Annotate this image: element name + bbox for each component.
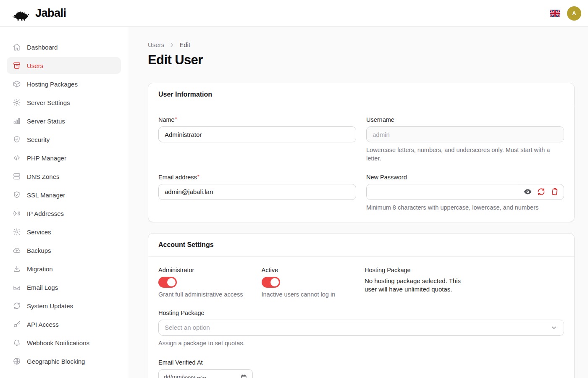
password-field-group: New Password xyxy=(366,174,564,212)
sidebar-item-hosting-packages[interactable]: Hosting Packages xyxy=(7,76,121,92)
administrator-toggle-group: Administrator Grant full administrative … xyxy=(158,267,255,298)
globe-icon xyxy=(13,357,21,365)
sidebar-item-dns-zones[interactable]: DNS Zones xyxy=(7,168,121,185)
sidebar-item-ip-addresses[interactable]: IP Addresses xyxy=(7,205,121,222)
user-avatar[interactable]: A xyxy=(567,6,581,21)
select-placeholder: Select an option xyxy=(165,324,210,331)
administrator-label: Administrator xyxy=(158,267,255,273)
show-password-button[interactable] xyxy=(523,187,532,197)
active-help: Inactive users cannot log in xyxy=(262,291,358,298)
administrator-toggle[interactable] xyxy=(158,277,177,288)
main-content: Users Edit Edit User User Information Na… xyxy=(128,27,588,378)
package-summary-group: Hosting Package No hosting package selec… xyxy=(365,267,564,294)
chevron-down-icon xyxy=(550,324,558,331)
card-title: Account Settings xyxy=(158,241,564,249)
eye-icon xyxy=(523,187,532,196)
shield-check-icon xyxy=(13,191,21,199)
shield-check-icon xyxy=(13,135,21,144)
package-icon xyxy=(13,80,21,88)
breadcrumb-current: Edit xyxy=(179,41,190,48)
generate-password-button[interactable] xyxy=(536,187,546,197)
active-toggle-group: Active Inactive users cannot log in xyxy=(262,267,358,298)
account-settings-card: Account Settings Administrator Grant ful… xyxy=(148,233,575,378)
breadcrumb-users-link[interactable]: Users xyxy=(148,41,164,48)
email-verified-field-group: Email Verified At dd/mm/yyyy --:-- xyxy=(158,359,564,378)
sidebar-item-ssl-manager[interactable]: SSL Manager xyxy=(7,186,121,203)
refresh-icon xyxy=(13,302,21,310)
refresh-icon xyxy=(537,187,546,196)
calendar-icon xyxy=(240,374,247,378)
user-information-card: User Information Name* Username Lowercas… xyxy=(148,83,575,222)
sidebar-item-webhook-notifications[interactable]: Webhook Notifications xyxy=(7,334,121,351)
password-input[interactable] xyxy=(367,184,518,200)
toggle-knob xyxy=(270,278,279,286)
archive-icon xyxy=(13,61,21,70)
sidebar-item-system-updates[interactable]: System Updates xyxy=(7,297,121,314)
app-root: Jabali A Dashboard xyxy=(0,0,588,378)
clipboard-icon xyxy=(550,187,559,196)
email-label: Email address* xyxy=(158,174,356,181)
broadcast-icon xyxy=(13,209,21,218)
email-field-group: Email address* xyxy=(158,174,356,200)
sidebar-item-server-status[interactable]: Server Status xyxy=(7,113,121,129)
sidebar-item-dashboard[interactable]: Dashboard xyxy=(7,39,121,55)
language-flag-icon[interactable] xyxy=(550,10,560,17)
key-icon xyxy=(13,320,21,328)
sidebar-item-server-settings[interactable]: Server Settings xyxy=(7,94,121,111)
sidebar-nav: Dashboard Users Hosting Packages Server … xyxy=(0,27,128,378)
top-bar: Jabali A xyxy=(0,0,588,27)
chevron-right-icon xyxy=(168,42,175,48)
required-asterisk: * xyxy=(175,116,177,122)
username-label: Username xyxy=(366,116,564,123)
name-field-group: Name* xyxy=(158,116,356,142)
card-body: Name* Username Lowercase letters, number… xyxy=(148,106,574,222)
home-icon xyxy=(13,43,21,51)
sidebar-item-security[interactable]: Security xyxy=(7,131,121,148)
username-help: Lowercase letters, numbers, and undersco… xyxy=(366,146,564,163)
package-summary-text: No hosting package selected. This user w… xyxy=(365,277,462,294)
sidebar-item-backups[interactable]: Backups xyxy=(7,242,121,259)
sidebar-item-migration[interactable]: Migration xyxy=(7,260,121,277)
server-stack-icon xyxy=(13,172,21,181)
shell: Dashboard Users Hosting Packages Server … xyxy=(0,27,588,378)
hosting-package-field-group: Hosting Package Select an option Assign … xyxy=(158,310,564,347)
brand-name: Jabali xyxy=(35,7,66,20)
brand-logo[interactable]: Jabali xyxy=(12,6,66,21)
password-label: New Password xyxy=(366,174,564,181)
card-body: Administrator Grant full administrative … xyxy=(148,257,574,378)
download-icon xyxy=(13,265,21,273)
email-verified-date-input[interactable]: dd/mm/yyyy --:-- xyxy=(158,369,253,378)
package-summary-label: Hosting Package xyxy=(365,267,564,273)
copy-password-button[interactable] xyxy=(550,187,559,197)
required-asterisk: * xyxy=(197,174,200,180)
password-help: Minimum 8 characters with uppercase, low… xyxy=(366,203,564,212)
active-label: Active xyxy=(262,267,358,273)
password-input-group xyxy=(366,184,564,200)
password-actions xyxy=(518,184,564,200)
administrator-help: Grant full administrative access xyxy=(158,291,255,298)
sidebar-item-php-manager[interactable]: PHP Manager xyxy=(7,150,121,166)
gear-icon xyxy=(13,98,21,107)
cloud-upload-icon xyxy=(13,246,21,255)
hosting-package-label: Hosting Package xyxy=(158,310,564,316)
sidebar-item-email-logs[interactable]: Email Logs xyxy=(7,279,121,296)
name-label: Name* xyxy=(158,116,356,123)
toggle-knob xyxy=(167,278,176,286)
email-verified-label: Email Verified At xyxy=(158,359,564,366)
active-toggle[interactable] xyxy=(262,277,280,288)
page-title: Edit User xyxy=(148,52,575,68)
date-placeholder: dd/mm/yyyy --:-- xyxy=(164,374,206,378)
breadcrumb: Users Edit xyxy=(148,41,575,48)
hosting-package-select[interactable]: Select an option xyxy=(158,320,564,336)
email-input[interactable] xyxy=(158,184,356,200)
card-header: Account Settings xyxy=(148,234,574,257)
code-icon xyxy=(13,154,21,162)
name-input[interactable] xyxy=(158,126,356,142)
boar-logo-icon xyxy=(12,6,32,21)
sidebar-item-services[interactable]: Services xyxy=(7,223,121,240)
username-input[interactable] xyxy=(366,126,564,142)
sidebar-item-api-access[interactable]: API Access xyxy=(7,316,121,333)
sidebar-item-geographic-blocking[interactable]: Geographic Blocking xyxy=(7,353,121,370)
gear-icon xyxy=(13,228,21,236)
sidebar-item-users[interactable]: Users xyxy=(7,57,121,74)
